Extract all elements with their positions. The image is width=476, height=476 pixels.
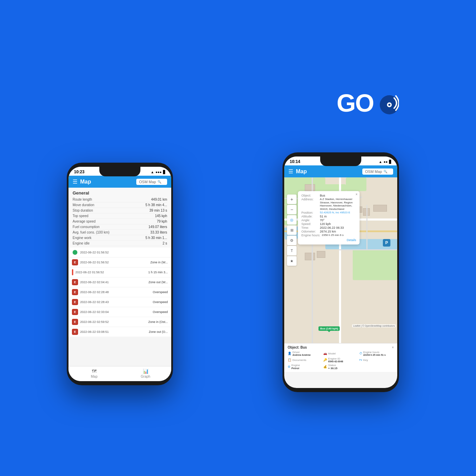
popup-speed-label: Speed: <box>301 222 318 226</box>
graph-tab-label: Graph <box>141 375 150 378</box>
map-building-9 <box>317 251 325 258</box>
front-nav-title: Map <box>296 168 360 175</box>
map-building-1 <box>305 184 315 191</box>
event-item[interactable]: E 2022-06-22 02:28:43 Overspeed <box>68 297 171 307</box>
zoom-in-button[interactable]: + <box>287 195 297 204</box>
event-desc: Overspeed <box>153 290 168 294</box>
info-engineid-cell: 🔑 Engine ID 6540-42-0048 <box>323 357 358 363</box>
popup-speed-row: Speed: 120 kph <box>301 222 356 226</box>
signal-icon: ●●● <box>155 170 162 174</box>
battery-icon: ▊ <box>163 170 166 174</box>
back-search-box[interactable]: OSM Map 🔍 <box>136 179 167 185</box>
driver-icon: 👤 <box>288 352 291 355</box>
popup-time-row: Time: 2022.06.22 06:33 <box>301 226 356 229</box>
general-row: Route length449.01 km <box>73 197 167 202</box>
map-building-8 <box>305 253 315 260</box>
event-datetime: 2022-06-22 02:33:04 <box>80 310 151 314</box>
popup-position-row: Position: 52.42625 N, Inc 49523 E <box>301 211 356 214</box>
event-item[interactable]: E 2022-06-22 02:04:41 Zone out (W... <box>68 277 171 287</box>
event-datetime: 2022-06-22 01:56:52 <box>80 251 166 254</box>
map-controls: + − ◎ ⊞ ⚙ T ★ <box>287 195 297 266</box>
scene: GO 10:23 ▲ ●●● ▊ <box>50 84 426 392</box>
event-item[interactable]: 2022-06-22 01:56:52 1 h 15 min 3... <box>68 267 171 277</box>
event-item[interactable]: E 2022-06-22 03:08:51 Zone out (O... <box>68 327 171 337</box>
event-badge-e: E <box>72 259 78 265</box>
event-item[interactable]: E 2022-06-22 02:28:48 Overspeed <box>68 287 171 297</box>
event-desc: Zone out (W... <box>148 280 168 284</box>
popup-position-label: Position: <box>301 211 318 214</box>
map-attribution: Leaflet | © OpenStreetMap contributors <box>352 324 396 327</box>
map-building-7 <box>373 205 387 212</box>
map-park-5 <box>353 246 397 280</box>
back-search-text: OSM Map <box>139 180 156 184</box>
popup-engine-label: Engine hours: <box>301 234 321 237</box>
front-wifi-icon: ▲ <box>379 160 382 164</box>
info-key-cell: 🗝 Key <box>359 357 394 363</box>
front-status-time: 10:14 <box>290 159 300 164</box>
svg-point-2 <box>388 104 390 106</box>
event-desc: 1 h 15 min 3... <box>148 271 168 274</box>
star-button[interactable]: ★ <box>287 256 297 266</box>
tag-button[interactable]: T <box>287 246 297 255</box>
phone-front-screen: 10:14 ▲ ●● ▊ ☰ Map OSM Map 🔍 <box>284 156 397 388</box>
engine-icon: ⚙ <box>288 365 290 368</box>
general-row: Engine work5 h 30 min 1... <box>73 235 167 241</box>
general-row: Engine idle2 s <box>73 241 167 246</box>
map-container[interactable]: K 363 P Bus (140 kph) + − ◎ ⊞ ⚙ T ★ <box>284 177 397 372</box>
info-panel-grid: 👤 Driver Andrew Andrew 🚗 Model <box>288 351 394 370</box>
back-tab-map[interactable]: 🗺 Map <box>68 368 120 378</box>
event-datetime: 2022-06-22 02:04:41 <box>80 280 146 284</box>
info-panel-close-button[interactable]: × <box>392 346 394 349</box>
layers-button[interactable]: ⊞ <box>287 225 297 235</box>
popup-altitude-val: 51 m <box>320 215 327 218</box>
event-item[interactable]: 2022-06-22 01:56:52 <box>68 248 171 258</box>
vehicle-marker[interactable]: Bus (140 kph) <box>318 326 340 331</box>
info-panel-title: Object: Bus <box>288 346 307 349</box>
popup-speed-val: 120 kph <box>320 222 331 226</box>
front-signal-icon: ●● <box>384 160 388 164</box>
event-datetime: 2022-06-22 02:59:52 <box>80 320 146 324</box>
general-row: Stop duration39 min 13 s <box>73 208 167 213</box>
popup-address-val: A.Z Stadion, Herrenhauser Strasse, Hanno… <box>320 198 356 211</box>
back-status-icons: ▲ ●●● ▊ <box>151 170 166 174</box>
event-datetime: 2022-06-22 02:28:43 <box>80 300 151 304</box>
location-button[interactable]: ◎ <box>287 215 297 225</box>
popup-details-link[interactable]: Details <box>301 238 356 242</box>
zoom-out-button[interactable]: − <box>287 205 297 214</box>
popup-object-label: Object: <box>301 194 318 197</box>
settings-button[interactable]: ⚙ <box>287 236 297 245</box>
front-search-icon: 🔍 <box>384 170 387 173</box>
event-item[interactable]: E 2022-06-22 02:33:04 Overspeed <box>68 307 171 317</box>
general-row: Avg. fuel cons. (100 km)33.33 liters <box>73 230 167 235</box>
front-search-box[interactable]: OSM Map 🔍 <box>362 168 393 175</box>
event-badge-e: E <box>72 299 78 305</box>
event-item[interactable]: E 2022-06-22 02:59:52 Zone in (Ost... <box>68 317 171 327</box>
general-row: Fuel consumption149.07 liters <box>73 224 167 230</box>
general-rows: Route length449.01 kmMove duration5 h 38… <box>73 197 167 246</box>
popup-address-label: Address: <box>301 198 318 211</box>
event-badge-e: E <box>72 309 78 315</box>
documents-icon: 📋 <box>288 358 291 362</box>
event-item[interactable]: E 2022-06-22 01:56:52 Zone in (W... <box>68 258 171 267</box>
event-badge-stop <box>72 249 78 255</box>
popup-odometer-val: 2674.15 km <box>320 230 336 233</box>
map-tab-label: Map <box>91 375 97 378</box>
front-status-icons: ▲ ●● ▊ <box>379 160 392 164</box>
back-status-time: 10:23 <box>74 170 85 174</box>
front-search-text: OSM Map <box>365 170 382 174</box>
key-icon: 🗝 <box>359 358 362 362</box>
general-row: Move duration5 h 38 min 4... <box>73 202 167 208</box>
event-badge-e: E <box>72 329 78 335</box>
info-panel-header: Object: Bus × <box>288 346 394 349</box>
road-v3 <box>366 205 367 249</box>
engineid-icon: 🔑 <box>323 358 327 362</box>
event-desc: Zone out (O... <box>149 330 168 334</box>
phone-front: 10:14 ▲ ●● ▊ ☰ Map OSM Map 🔍 <box>283 152 399 392</box>
event-badge-e: E <box>72 319 78 325</box>
phone-back-screen: 10:23 ▲ ●●● ▊ ☰ Map OSM Map 🔍 <box>68 167 171 381</box>
back-tab-graph[interactable]: 📊 Graph <box>120 368 171 378</box>
back-hamburger-icon[interactable]: ☰ <box>73 178 77 185</box>
popup-close-button[interactable]: × <box>355 192 358 196</box>
info-panel: Object: Bus × 👤 Driver Andrew Andrew <box>284 343 397 372</box>
front-hamburger-icon[interactable]: ☰ <box>288 168 293 175</box>
